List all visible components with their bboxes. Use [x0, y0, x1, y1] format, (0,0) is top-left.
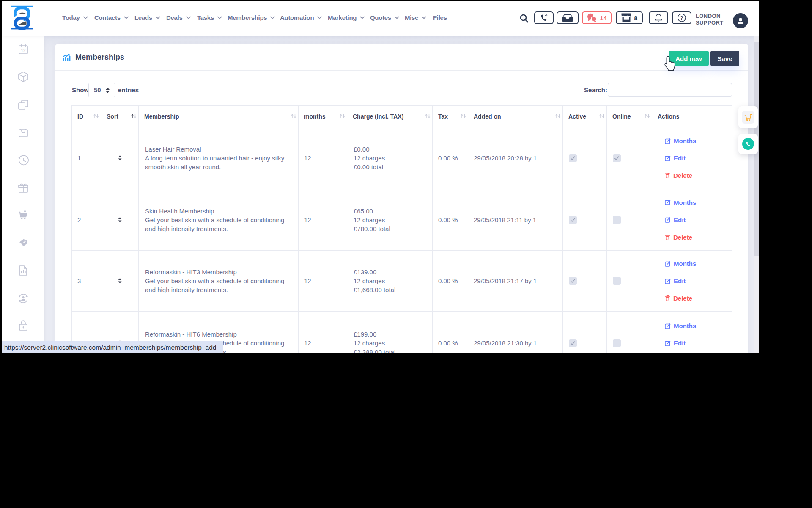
svg-text:?: ?	[680, 15, 683, 21]
svg-text:12: 12	[21, 48, 26, 53]
